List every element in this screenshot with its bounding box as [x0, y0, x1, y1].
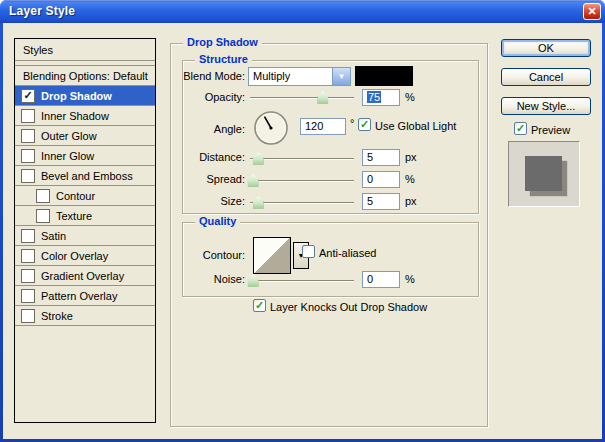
sidebar-item-label: Stroke	[41, 310, 73, 322]
spread-slider-thumb[interactable]	[248, 174, 259, 187]
distance-slider-thumb[interactable]	[253, 152, 264, 165]
sidebar-item-label: Contour	[56, 190, 95, 202]
blend-mode-value: Multiply	[249, 68, 332, 85]
sidebar-item-label: Outer Glow	[41, 130, 97, 142]
close-icon: ✕	[587, 5, 596, 17]
angle-dial[interactable]	[253, 110, 289, 146]
spread-label: Spread:	[163, 173, 245, 185]
cancel-button[interactable]: Cancel	[501, 68, 591, 86]
sidebar-item-gradient-overlay[interactable]: Gradient Overlay	[15, 266, 155, 286]
spread-slider-track[interactable]	[250, 180, 354, 181]
use-global-light-checkbox[interactable]	[358, 118, 371, 131]
sidebar-item-label: Inner Shadow	[41, 110, 109, 122]
size-label: Size:	[163, 195, 245, 207]
sidebar-item-label: Blending Options: Default	[23, 70, 148, 82]
contour-picker[interactable]: ▼	[253, 237, 309, 274]
style-checkbox[interactable]	[21, 289, 35, 303]
close-button[interactable]: ✕	[583, 3, 601, 20]
style-checkbox[interactable]	[21, 269, 35, 283]
style-checkbox[interactable]	[21, 109, 35, 123]
use-global-light-label: Use Global Light	[375, 120, 456, 132]
opacity-slider[interactable]	[250, 90, 354, 104]
contour-label: Contour:	[163, 249, 245, 261]
quality-group-title: Quality	[195, 215, 240, 227]
angle-field[interactable]: 120	[300, 118, 346, 135]
sidebar-item-drop-shadow[interactable]: Drop Shadow	[15, 86, 155, 106]
dialog-body: StylesBlending Options: DefaultDrop Shad…	[3, 23, 602, 439]
sidebar-item-styles[interactable]: Styles	[15, 39, 155, 61]
sidebar-item-label: Gradient Overlay	[41, 270, 124, 282]
window-title: Layer Style	[9, 4, 75, 18]
anti-aliased-label: Anti-aliased	[319, 247, 376, 259]
style-checkbox[interactable]	[21, 89, 35, 103]
angle-value: 120	[305, 120, 323, 132]
distance-value: 5	[367, 151, 373, 163]
sidebar-item-outer-glow[interactable]: Outer Glow	[15, 126, 155, 146]
sidebar-item-stroke[interactable]: Stroke	[15, 306, 155, 326]
contour-thumbnail[interactable]	[253, 237, 291, 274]
distance-slider[interactable]	[250, 151, 354, 165]
size-slider-track[interactable]	[250, 202, 354, 203]
spread-slider[interactable]	[250, 173, 354, 187]
sidebar-item-inner-glow[interactable]: Inner Glow	[15, 146, 155, 166]
new-style-button[interactable]: New Style...	[501, 97, 591, 115]
sidebar-item-blending-options-default[interactable]: Blending Options: Default	[15, 66, 155, 86]
angle-unit: °	[350, 117, 354, 129]
noise-value: 0	[367, 273, 373, 285]
spread-field[interactable]: 0	[362, 171, 400, 188]
sidebar-item-texture[interactable]: Texture	[15, 206, 155, 226]
sidebar-item-pattern-overlay[interactable]: Pattern Overlay	[15, 286, 155, 306]
opacity-slider-track[interactable]	[250, 97, 354, 98]
noise-slider-track[interactable]	[250, 280, 354, 281]
structure-group-title: Structure	[195, 53, 252, 65]
preview-thumbnail	[508, 141, 580, 207]
distance-field[interactable]: 5	[362, 149, 400, 166]
noise-label: Noise:	[163, 273, 245, 285]
size-slider-thumb[interactable]	[253, 196, 264, 209]
opacity-slider-thumb[interactable]	[317, 91, 328, 104]
sidebar-item-label: Drop Shadow	[41, 90, 112, 102]
sidebar-item-bevel-and-emboss[interactable]: Bevel and Emboss	[15, 166, 155, 186]
spread-value: 0	[367, 173, 373, 185]
blend-mode-select[interactable]: Multiply ▼	[248, 67, 351, 86]
sidebar-item-label: Pattern Overlay	[41, 290, 117, 302]
anti-aliased-checkbox[interactable]	[302, 245, 315, 258]
noise-slider[interactable]	[250, 273, 354, 287]
layer-knocks-out-checkbox[interactable]	[253, 299, 266, 312]
style-checkbox[interactable]	[21, 229, 35, 243]
title-bar[interactable]: Layer Style ✕	[0, 0, 605, 23]
sidebar-item-inner-shadow[interactable]: Inner Shadow	[15, 106, 155, 126]
size-slider[interactable]	[250, 195, 354, 209]
sidebar-item-color-overlay[interactable]: Color Overlay	[15, 246, 155, 266]
spread-unit: %	[405, 173, 415, 185]
opacity-field[interactable]: 75	[362, 89, 400, 106]
size-field[interactable]: 5	[362, 193, 400, 210]
style-checkbox[interactable]	[21, 149, 35, 163]
layer-knocks-out-label: Layer Knocks Out Drop Shadow	[270, 301, 427, 313]
drop-shadow-group-title: Drop Shadow	[183, 36, 262, 48]
noise-slider-thumb[interactable]	[248, 274, 259, 287]
noise-unit: %	[405, 273, 415, 285]
sidebar-item-label: Styles	[23, 44, 53, 56]
style-checkbox[interactable]	[21, 309, 35, 323]
sidebar-item-label: Color Overlay	[41, 250, 108, 262]
style-checkbox[interactable]	[36, 209, 50, 223]
noise-field[interactable]: 0	[362, 271, 400, 288]
style-checkbox[interactable]	[21, 249, 35, 263]
sidebar-item-label: Bevel and Emboss	[41, 170, 133, 182]
style-checkbox[interactable]	[21, 129, 35, 143]
ok-button[interactable]: OK	[501, 39, 591, 57]
sidebar-item-satin[interactable]: Satin	[15, 226, 155, 246]
shadow-color-swatch[interactable]	[355, 66, 413, 86]
opacity-value: 75	[367, 91, 381, 103]
style-checkbox[interactable]	[21, 169, 35, 183]
sidebar-item-contour[interactable]: Contour	[15, 186, 155, 206]
layer-style-dialog: Layer Style ✕ StylesBlending Options: De…	[0, 0, 605, 442]
chevron-down-icon[interactable]: ▼	[332, 68, 350, 85]
preview-checkbox[interactable]	[514, 122, 527, 135]
sidebar-item-label: Inner Glow	[41, 150, 94, 162]
distance-slider-track[interactable]	[250, 158, 354, 159]
blend-mode-label: Blend Mode:	[163, 70, 245, 82]
size-unit: px	[405, 195, 417, 207]
style-checkbox[interactable]	[36, 189, 50, 203]
